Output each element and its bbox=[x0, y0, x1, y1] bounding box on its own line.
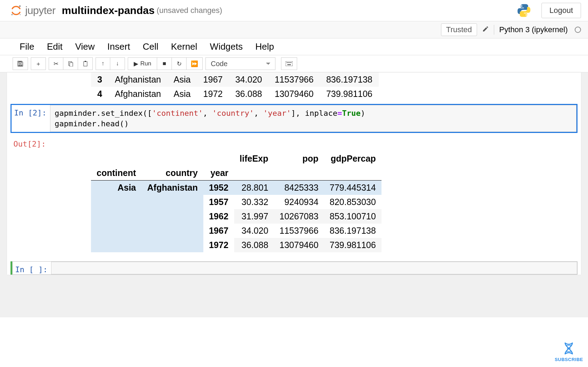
cell-gdp: 820.853030 bbox=[324, 195, 382, 209]
input-prompt: In [2]: bbox=[12, 105, 50, 132]
idx-continent-val: Asia bbox=[91, 181, 142, 253]
svg-point-0 bbox=[19, 5, 21, 7]
cell-gdp: 853.100710 bbox=[324, 209, 382, 224]
menu-cell[interactable]: Cell bbox=[143, 41, 159, 52]
restart-run-all-button[interactable]: ⏩ bbox=[187, 57, 203, 70]
jupyter-logo[interactable]: jupyter bbox=[10, 4, 56, 17]
arrow-up-icon: ↑ bbox=[102, 60, 105, 67]
svg-point-2 bbox=[20, 14, 21, 15]
idx-year-val: 1962 bbox=[203, 209, 234, 224]
cell-lifeexp: 34.020 bbox=[234, 224, 274, 238]
cut-button[interactable]: ✂ bbox=[49, 57, 63, 70]
row-index: 4 bbox=[91, 87, 108, 101]
copy-icon bbox=[68, 61, 74, 66]
interrupt-button[interactable]: ■ bbox=[157, 57, 172, 70]
header-bar: jupyter multiindex-pandas (unsaved chang… bbox=[0, 0, 588, 21]
svg-rect-14 bbox=[291, 62, 292, 63]
save-button[interactable] bbox=[13, 57, 28, 70]
add-cell-button[interactable]: ＋ bbox=[31, 57, 46, 70]
trusted-badge[interactable]: Trusted bbox=[441, 23, 477, 36]
cell-year: 1972 bbox=[197, 87, 229, 101]
cell-lifeexp: 34.020 bbox=[229, 72, 268, 87]
idx-year-val: 1972 bbox=[203, 238, 234, 252]
svg-rect-12 bbox=[289, 62, 289, 63]
table-header-row: lifeExp pop gdpPercap bbox=[91, 151, 382, 166]
notebook-name[interactable]: multiindex-pandas bbox=[62, 5, 155, 16]
cell-continent: Asia bbox=[167, 87, 197, 101]
svg-rect-8 bbox=[85, 61, 86, 62]
idx-continent: continent bbox=[91, 166, 142, 181]
plus-icon: ＋ bbox=[35, 60, 41, 68]
paste-button[interactable] bbox=[78, 57, 93, 70]
cell-pop: 10267083 bbox=[274, 209, 324, 224]
paste-icon bbox=[83, 61, 88, 66]
cell-pop: 9240934 bbox=[274, 195, 324, 209]
col-lifeexp: lifeExp bbox=[234, 151, 274, 166]
idx-year-val: 1957 bbox=[203, 195, 234, 209]
command-palette-button[interactable] bbox=[281, 57, 297, 70]
svg-rect-11 bbox=[288, 62, 288, 63]
menu-insert[interactable]: Insert bbox=[107, 41, 130, 52]
cell-lifeexp: 31.997 bbox=[234, 209, 274, 224]
menu-edit[interactable]: Edit bbox=[47, 41, 63, 52]
menu-help[interactable]: Help bbox=[255, 41, 274, 52]
cell-lifeexp: 36.088 bbox=[234, 238, 274, 252]
notebook-area: 3 Afghanistan Asia 1967 34.020 11537966 … bbox=[0, 72, 588, 317]
code-input[interactable]: gapminder.set_index(['continent', 'count… bbox=[50, 105, 576, 132]
unsaved-indicator: (unsaved changes) bbox=[157, 6, 222, 15]
idx-year: year bbox=[203, 166, 234, 181]
code-cell-2[interactable]: In [2]: gapminder.set_index(['continent'… bbox=[10, 104, 578, 133]
idx-country: country bbox=[142, 166, 203, 181]
col-pop: pop bbox=[274, 151, 324, 166]
move-up-button[interactable]: ↑ bbox=[96, 57, 110, 70]
svg-point-3 bbox=[521, 5, 522, 7]
svg-rect-10 bbox=[287, 62, 287, 63]
kernel-name[interactable]: Python 3 (ipykernel) bbox=[499, 25, 568, 34]
notebook-content: 3 Afghanistan Asia 1967 34.020 11537966 … bbox=[7, 72, 581, 275]
idx-country-val: Afghanistan bbox=[142, 181, 203, 253]
cell-type-select[interactable]: Code bbox=[205, 57, 275, 70]
menu-kernel[interactable]: Kernel bbox=[171, 41, 197, 52]
cell-pop: 11537966 bbox=[268, 72, 320, 87]
toolbar: ＋ ✂ ↑ ↓ ▶ Run ■ ↻ ⏩ Code bbox=[0, 55, 588, 72]
logout-button[interactable]: Logout bbox=[541, 3, 581, 18]
edit-icon[interactable] bbox=[482, 26, 489, 34]
cell-gdp: 739.981106 bbox=[324, 238, 382, 252]
divider bbox=[494, 25, 494, 35]
keyboard-icon bbox=[286, 61, 293, 66]
index-names-row: continent country year bbox=[91, 166, 382, 181]
idx-year-val: 1967 bbox=[203, 224, 234, 238]
prev-output-table: 3 Afghanistan Asia 1967 34.020 11537966 … bbox=[91, 72, 379, 101]
kernel-idle-icon bbox=[575, 27, 581, 33]
cell-gdp: 836.197138 bbox=[320, 72, 379, 87]
menu-file[interactable]: File bbox=[20, 41, 34, 52]
run-label: Run bbox=[140, 60, 151, 67]
menu-widgets[interactable]: Widgets bbox=[210, 41, 243, 52]
output-cell-2: Out[2]: bbox=[10, 136, 578, 149]
copy-button[interactable] bbox=[63, 57, 78, 70]
svg-rect-7 bbox=[84, 62, 87, 66]
move-down-button[interactable]: ↓ bbox=[110, 57, 125, 70]
stop-icon: ■ bbox=[163, 60, 166, 67]
jupyter-logo-text: jupyter bbox=[25, 5, 56, 16]
table-row: 4 Afghanistan Asia 1972 36.088 13079460 … bbox=[91, 87, 379, 101]
cell-pop: 11537966 bbox=[274, 224, 324, 238]
svg-point-4 bbox=[525, 14, 527, 16]
row-index: 3 bbox=[91, 72, 108, 87]
cell-country: Afghanistan bbox=[108, 72, 167, 87]
kernel-status-bar: Trusted Python 3 (ipykernel) bbox=[0, 21, 588, 38]
code-input[interactable] bbox=[51, 262, 577, 274]
empty-code-cell[interactable]: In [ ]: bbox=[10, 261, 578, 275]
arrow-down-icon: ↓ bbox=[116, 60, 119, 67]
run-button[interactable]: ▶ Run bbox=[128, 57, 157, 70]
svg-rect-13 bbox=[290, 62, 290, 63]
svg-rect-9 bbox=[286, 61, 293, 66]
svg-point-1 bbox=[11, 14, 13, 15]
fast-forward-icon: ⏩ bbox=[191, 60, 198, 68]
restart-button[interactable]: ↻ bbox=[172, 57, 187, 70]
menu-view[interactable]: View bbox=[75, 41, 95, 52]
svg-rect-6 bbox=[70, 63, 73, 66]
cell-pop: 8425333 bbox=[274, 181, 324, 195]
cell-gdp: 739.981106 bbox=[320, 87, 379, 101]
table-row: 3 Afghanistan Asia 1967 34.020 11537966 … bbox=[91, 72, 379, 87]
